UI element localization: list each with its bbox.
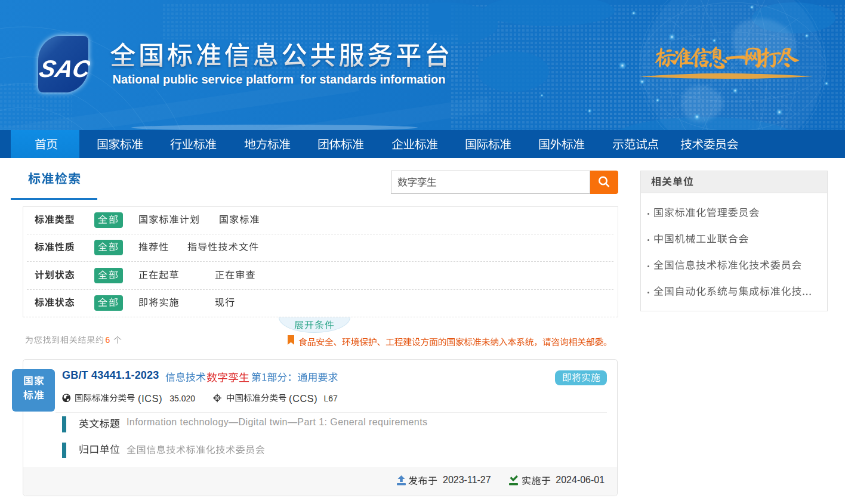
svg-text:SAC: SAC [37, 55, 90, 82]
